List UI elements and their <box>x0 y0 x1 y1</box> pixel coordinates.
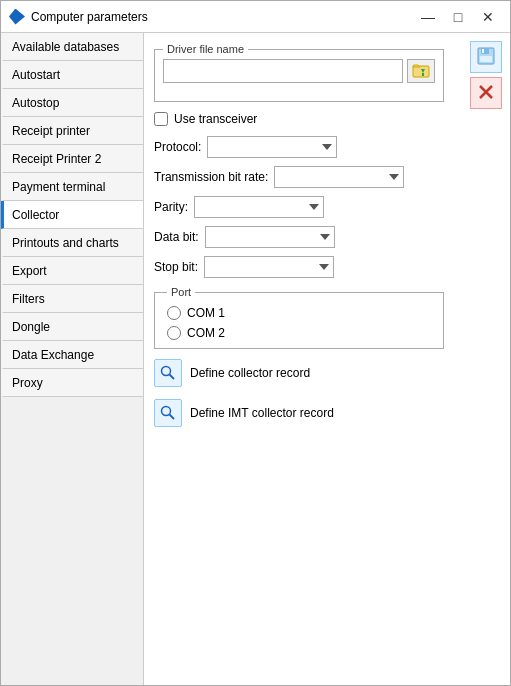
define-collector-link[interactable]: Define collector record <box>154 359 500 387</box>
window-title: Computer parameters <box>31 10 148 24</box>
title-bar-controls: — □ ✕ <box>414 7 502 27</box>
sidebar: Available databases Autostart Autostop R… <box>1 33 144 685</box>
stop-bit-select[interactable] <box>204 256 334 278</box>
main-window: Computer parameters — □ ✕ Available data… <box>0 0 511 686</box>
data-bit-row: Data bit: <box>154 226 500 248</box>
port-fieldset: Port COM 1 COM 2 <box>154 286 444 349</box>
port-legend: Port <box>167 286 195 298</box>
svg-rect-3 <box>482 49 484 53</box>
cancel-button[interactable] <box>470 77 502 109</box>
app-icon <box>9 9 25 25</box>
maximize-button[interactable]: □ <box>444 7 472 27</box>
define-collector-label: Define collector record <box>190 366 310 380</box>
driver-fieldset-legend: Driver file name <box>163 43 248 55</box>
protocol-label: Protocol: <box>154 140 201 154</box>
svg-rect-2 <box>480 56 492 62</box>
svg-line-10 <box>170 375 175 380</box>
driver-fieldset: Driver file name <box>154 43 444 102</box>
driver-file-input[interactable] <box>163 59 403 83</box>
save-icon <box>476 46 496 69</box>
browse-icon <box>412 62 430 81</box>
close-button[interactable]: ✕ <box>474 7 502 27</box>
data-bit-select[interactable] <box>205 226 335 248</box>
cancel-icon <box>477 83 495 104</box>
com2-label: COM 2 <box>187 326 225 340</box>
define-imt-link[interactable]: Define IMT collector record <box>154 399 500 427</box>
define-collector-icon <box>154 359 182 387</box>
parity-row: Parity: <box>154 196 500 218</box>
sidebar-item-export[interactable]: Export <box>1 257 143 285</box>
use-transceiver-checkbox[interactable] <box>154 112 168 126</box>
sidebar-item-payment-terminal[interactable]: Payment terminal <box>1 173 143 201</box>
protocol-row: Protocol: <box>154 136 500 158</box>
sidebar-item-dongle[interactable]: Dongle <box>1 313 143 341</box>
action-buttons <box>470 41 502 109</box>
svg-rect-6 <box>413 66 429 77</box>
sidebar-item-printouts-and-charts[interactable]: Printouts and charts <box>1 229 143 257</box>
com1-radio[interactable] <box>167 306 181 320</box>
com1-row: COM 1 <box>167 306 431 320</box>
com2-row: COM 2 <box>167 326 431 340</box>
transmission-row: Transmission bit rate: <box>154 166 500 188</box>
content-area: Available databases Autostart Autostop R… <box>1 33 510 685</box>
com2-radio[interactable] <box>167 326 181 340</box>
svg-point-11 <box>162 407 171 416</box>
parity-select[interactable] <box>194 196 324 218</box>
sidebar-item-autostart[interactable]: Autostart <box>1 61 143 89</box>
main-panel: Driver file name <box>144 33 510 685</box>
transmission-select[interactable] <box>274 166 404 188</box>
driver-name-row <box>163 59 435 83</box>
title-bar: Computer parameters — □ ✕ <box>1 1 510 33</box>
svg-line-12 <box>170 415 175 420</box>
svg-point-9 <box>162 367 171 376</box>
minimize-button[interactable]: — <box>414 7 442 27</box>
stop-bit-row: Stop bit: <box>154 256 500 278</box>
define-imt-label: Define IMT collector record <box>190 406 334 420</box>
sidebar-item-proxy[interactable]: Proxy <box>1 369 143 397</box>
svg-rect-8 <box>422 73 424 76</box>
parity-label: Parity: <box>154 200 188 214</box>
sidebar-item-receipt-printer[interactable]: Receipt printer <box>1 117 143 145</box>
use-transceiver-label: Use transceiver <box>174 112 257 126</box>
define-imt-icon <box>154 399 182 427</box>
protocol-select[interactable] <box>207 136 337 158</box>
sidebar-item-collector[interactable]: Collector <box>1 201 143 229</box>
use-transceiver-row: Use transceiver <box>154 112 500 126</box>
transmission-label: Transmission bit rate: <box>154 170 268 184</box>
data-bit-label: Data bit: <box>154 230 199 244</box>
sidebar-item-filters[interactable]: Filters <box>1 285 143 313</box>
browse-button[interactable] <box>407 59 435 83</box>
stop-bit-label: Stop bit: <box>154 260 198 274</box>
save-button[interactable] <box>470 41 502 73</box>
title-bar-left: Computer parameters <box>9 9 148 25</box>
sidebar-item-data-exchange[interactable]: Data Exchange <box>1 341 143 369</box>
com1-label: COM 1 <box>187 306 225 320</box>
sidebar-item-available-databases[interactable]: Available databases <box>1 33 143 61</box>
sidebar-item-autostop[interactable]: Autostop <box>1 89 143 117</box>
sidebar-item-receipt-printer-2[interactable]: Receipt Printer 2 <box>1 145 143 173</box>
